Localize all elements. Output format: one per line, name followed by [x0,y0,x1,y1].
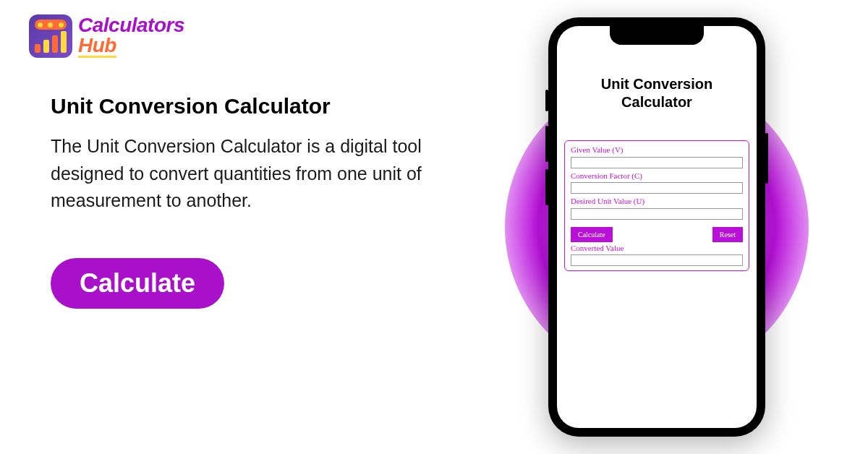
desired-unit-label: Desired Unit Value (U) [571,197,743,205]
conversion-form: Given Value (V) Conversion Factor (C) De… [564,140,749,271]
phone-side-button [765,133,768,184]
phone-side-button [545,169,548,205]
conversion-factor-input[interactable] [571,182,743,194]
converted-value-label: Converted Value [571,244,743,252]
logo: Calculators Hub [29,14,446,58]
phone-side-button [545,90,548,111]
phone-side-button [545,126,548,162]
form-reset-button[interactable]: Reset [712,227,743,242]
page-title: Unit Conversion Calculator [51,94,446,119]
logo-icon [29,14,72,58]
logo-text-bottom: Hub [78,35,116,58]
form-calculate-button[interactable]: Calculate [571,227,613,242]
app-title-line2: Calculator [621,94,692,110]
logo-text-top: Calculators [78,15,184,35]
app-title-line1: Unit Conversion [601,76,712,92]
conversion-factor-label: Conversion Factor (C) [571,171,743,180]
calculate-cta-button[interactable]: Calculate [51,258,224,309]
given-value-label: Given Value (V) [571,145,743,154]
logo-text: Calculators Hub [78,15,184,58]
given-value-input[interactable] [571,157,743,168]
converted-value-output[interactable] [571,254,743,266]
phone-screen: Unit Conversion Calculator Given Value (… [557,26,757,428]
left-content: Calculators Hub Unit Conversion Calculat… [29,14,475,440]
phone-frame: Unit Conversion Calculator Given Value (… [548,17,765,437]
app-title: Unit Conversion Calculator [564,75,749,111]
phone-notch [610,26,704,45]
phone-preview-area: Unit Conversion Calculator Given Value (… [475,14,839,440]
desired-unit-input[interactable] [571,208,743,220]
page-description: The Unit Conversion Calculator is a digi… [51,133,427,215]
